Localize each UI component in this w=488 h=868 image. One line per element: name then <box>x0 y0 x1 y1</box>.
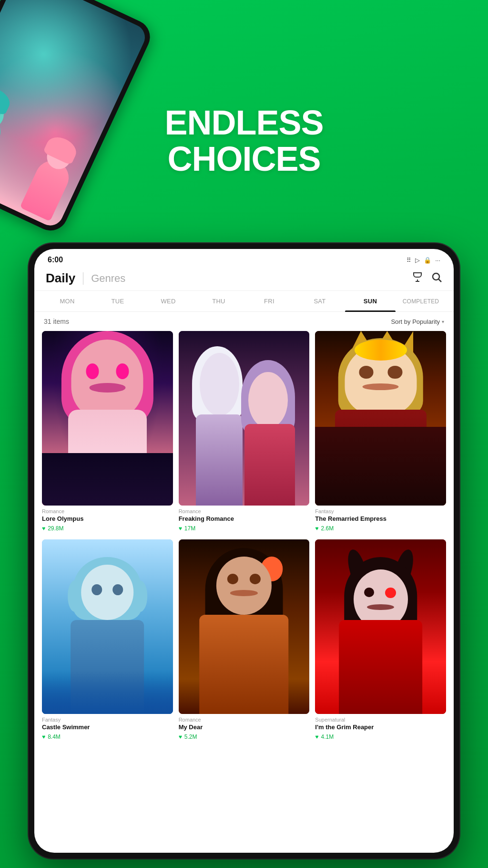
main-phone: 6:00 ⠿ ▷ 🔒 ··· Daily Genres <box>29 243 459 858</box>
comic-title: Castle Swimmer <box>42 723 173 732</box>
likes-count: 2.6M <box>321 525 334 532</box>
comic-genre: Fantasy <box>315 508 446 514</box>
comic-title: Lore Olympus <box>42 515 173 523</box>
comic-likes: ♥ 2.6M <box>315 525 446 532</box>
heart-icon: ♥ <box>179 525 182 532</box>
likes-count: 8.4M <box>48 734 61 740</box>
search-icon[interactable] <box>431 271 442 286</box>
comic-genre: Romance <box>42 508 173 514</box>
comics-row-1: Romance Lore Olympus ♥ 29.8M <box>42 331 446 532</box>
likes-count: 4.1M <box>321 734 334 740</box>
comic-genre: Romance <box>179 508 310 514</box>
chevron-down-icon: ▾ <box>442 319 444 324</box>
nav-daily[interactable]: Daily <box>46 271 75 286</box>
tab-completed[interactable]: COMPLETED <box>396 291 446 311</box>
comic-title: The Remarried Empress <box>315 515 446 523</box>
tab-tue[interactable]: TUE <box>92 291 143 311</box>
comic-card-remarried-empress[interactable]: Fantasy The Remarried Empress ♥ 2.6M <box>315 331 446 532</box>
play-icon: ▷ <box>415 257 420 264</box>
comic-card-my-dear[interactable]: Romance My Dear ♥ 5.2M <box>179 539 310 740</box>
tab-thu[interactable]: THU <box>193 291 244 311</box>
comic-likes: ♥ 5.2M <box>179 734 310 740</box>
comic-genre: Fantasy <box>42 717 173 723</box>
nav-icons <box>412 271 442 286</box>
sort-label: Sort by Popularity <box>391 318 440 325</box>
comic-genre: Supernatural <box>315 717 446 723</box>
svg-point-0 <box>433 273 439 280</box>
comic-likes: ♥ 17M <box>179 525 310 532</box>
nav-bar: Daily Genres <box>34 267 454 291</box>
comic-thumb-castle-swimmer <box>42 539 173 714</box>
svg-line-1 <box>439 279 442 282</box>
comic-likes: ♥ 8.4M <box>42 734 173 740</box>
signal-icon: ⠿ <box>407 257 411 264</box>
heart-icon: ♥ <box>179 734 182 740</box>
tab-sat[interactable]: SAT <box>295 291 345 311</box>
heart-icon: ♥ <box>315 734 318 740</box>
status-time: 6:00 <box>48 256 63 264</box>
likes-count: 17M <box>184 525 195 532</box>
comic-likes: ♥ 4.1M <box>315 734 446 740</box>
tab-mon[interactable]: MON <box>42 291 92 311</box>
comic-thumb-grim-reaper <box>315 539 446 714</box>
likes-count: 29.8M <box>48 525 63 532</box>
comic-thumb-remarried-empress <box>315 331 446 506</box>
comic-title: I'm the Grim Reaper <box>315 723 446 732</box>
heart-icon: ♥ <box>42 734 45 740</box>
likes-count: 5.2M <box>184 734 197 740</box>
comic-card-freaking-romance[interactable]: Romance Freaking Romance ♥ 17M <box>179 331 310 532</box>
lock-icon: 🔒 <box>424 257 431 264</box>
reward-icon[interactable] <box>412 271 423 286</box>
comics-row-2: Fantasy Castle Swimmer ♥ 8.4M <box>42 539 446 740</box>
comic-likes: ♥ 29.8M <box>42 525 173 532</box>
phone-screen: 6:00 ⠿ ▷ 🔒 ··· Daily Genres <box>34 249 454 853</box>
days-tabs: MON TUE WED THU FRI SAT SUN COMPLETED <box>34 291 454 312</box>
comics-grid: Romance Lore Olympus ♥ 29.8M <box>34 329 454 853</box>
item-count: 31 items <box>44 318 69 325</box>
more-icon: ··· <box>435 257 440 264</box>
status-bar: 6:00 ⠿ ▷ 🔒 ··· <box>34 249 454 267</box>
comic-thumb-freaking-romance <box>179 331 310 506</box>
tab-wed[interactable]: WED <box>143 291 193 311</box>
status-icons: ⠿ ▷ 🔒 ··· <box>407 257 440 264</box>
comic-card-lore-olympus[interactable]: Romance Lore Olympus ♥ 29.8M <box>42 331 173 532</box>
nav-divider <box>83 272 83 285</box>
comic-genre: Romance <box>179 717 310 723</box>
comic-thumb-lore-olympus <box>42 331 173 506</box>
decorative-character-1 <box>0 106 7 183</box>
comic-title: Freaking Romance <box>179 515 310 523</box>
comic-card-castle-swimmer[interactable]: Fantasy Castle Swimmer ♥ 8.4M <box>42 539 173 740</box>
decorative-character-2 <box>20 155 74 221</box>
tab-fri[interactable]: FRI <box>244 291 295 311</box>
list-header: 31 items Sort by Popularity ▾ <box>34 312 454 329</box>
comic-title: My Dear <box>179 723 310 732</box>
comic-thumb-my-dear <box>179 539 310 714</box>
comic-card-grim-reaper[interactable]: Supernatural I'm the Grim Reaper ♥ 4.1M <box>315 539 446 740</box>
sort-dropdown[interactable]: Sort by Popularity ▾ <box>391 318 444 325</box>
nav-genres[interactable]: Genres <box>91 272 125 285</box>
heart-icon: ♥ <box>315 525 318 532</box>
tab-sun[interactable]: SUN <box>345 291 396 311</box>
heart-icon: ♥ <box>42 525 45 532</box>
